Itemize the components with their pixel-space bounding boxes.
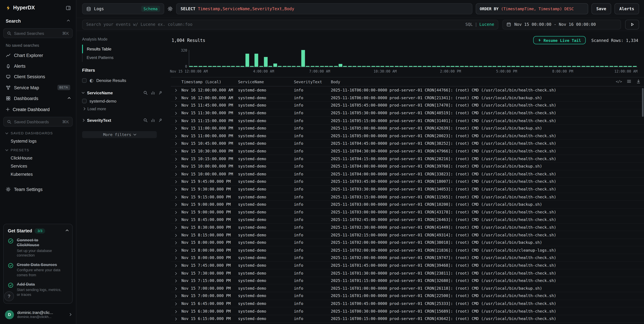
row-expand-icon[interactable] [171,126,182,131]
row-expand-icon[interactable] [171,225,182,229]
query-language-toggle[interactable]: SQL|Lucene [465,22,494,27]
chevron-up-icon[interactable] [66,229,68,232]
row-expand-icon[interactable] [171,317,182,321]
row-expand-icon[interactable] [171,294,182,298]
table-row[interactable]: Nov 15 7:30:00.000 PMsystemd-demoinfo202… [171,269,644,277]
row-expand-icon[interactable] [171,103,182,108]
row-expand-icon[interactable] [171,149,182,153]
presets-group-header[interactable]: PRESETS [0,145,76,154]
saved-dashboards-group-header[interactable]: SAVED DASHBOARDS [0,128,76,137]
histogram-plot[interactable]: 320 0 [189,50,638,67]
row-expand-icon[interactable] [171,263,182,268]
mode-lucene-option[interactable]: Lucene [480,22,494,27]
row-expand-icon[interactable] [171,179,182,184]
row-expand-icon[interactable] [171,278,182,283]
row-expand-icon[interactable] [171,194,182,199]
row-expand-icon[interactable] [171,286,182,291]
get-started-item[interactable]: Add Data Start sending logs, metrics, or… [8,282,68,298]
row-expand-icon[interactable] [171,256,182,260]
row-expand-icon[interactable] [171,157,182,161]
table-row[interactable]: Nov 15 10:15:00.000 PMsystemd-demoinfo20… [171,155,644,163]
table-row[interactable]: Nov 15 8:45:00.000 PMsystemd-demoinfo202… [171,216,644,223]
sidebar-item-client-sessions[interactable]: Client Sessions [0,71,76,82]
row-expand-icon[interactable] [171,164,182,168]
bar-chart-icon[interactable] [151,91,155,95]
tab-results-table[interactable]: Results Table [82,45,162,53]
row-expand-icon[interactable] [171,141,182,146]
row-expand-icon[interactable] [171,187,182,191]
table-row[interactable]: Nov 15 8:30:00.000 PMsystemd-demoinfo202… [171,224,644,231]
table-row[interactable]: Nov 15 9:00:00.000 PMsystemd-demoinfo202… [171,208,644,216]
table-row[interactable]: Nov 16 12:00:00.000 AMsystemd-demoinfo20… [171,86,644,94]
select-clause-input[interactable]: SELECT Timestamp,ServiceName,SeverityTex… [176,3,472,14]
table-row[interactable]: Nov 15 9:45:00.000 PMsystemd-demoinfo202… [171,178,644,185]
row-expand-icon[interactable] [171,233,182,237]
row-expand-icon[interactable] [171,96,182,100]
get-started-item[interactable]: Create Data Sources Configure where your… [8,262,68,278]
table-row[interactable]: Nov 15 6:30:00.000 PMsystemd-demoinfo202… [171,308,644,315]
get-started-item[interactable]: Connect to ClickHouse Set up your databa… [8,238,68,258]
table-row[interactable]: Nov 15 7:45:00.000 PMsystemd-demoinfo202… [171,262,644,269]
search-icon[interactable] [143,91,148,95]
table-row[interactable]: Nov 15 11:45:00.000 PMsystemd-demoinfo20… [171,102,644,109]
load-more-button[interactable]: Load more [82,105,162,112]
table-row[interactable]: Nov 15 8:00:00.000 PMsystemd-demoinfo202… [171,254,644,262]
date-range-picker[interactable]: Nov 15 00:00:00 - Nov 16 00:00:00 [502,19,621,29]
column-header-severitytext[interactable]: SeverityText [294,80,331,84]
table-row[interactable]: Nov 15 8:00:00.000 PMsystemd-demoinfo202… [171,246,644,254]
row-expand-icon[interactable] [171,240,182,245]
mode-sql-option[interactable]: SQL [465,22,473,27]
download-icon[interactable] [636,79,641,84]
alerts-button[interactable]: Alerts [614,3,639,14]
row-density-icon[interactable] [627,79,631,84]
saved-dashboards-input[interactable]: Saved Dashboards ⌘K [3,117,73,127]
source-settings-button[interactable] [168,6,173,11]
row-expand-icon[interactable] [171,202,182,207]
table-row[interactable]: Nov 15 7:00:00.000 PMsystemd-demoinfo202… [171,285,644,292]
filter-group-header[interactable]: ServiceName [82,88,162,97]
table-row[interactable]: Nov 15 7:00:00.000 PMsystemd-demoinfo202… [171,292,644,300]
more-filters-button[interactable]: More filters [82,131,157,138]
row-expand-icon[interactable] [171,88,182,92]
row-expand-icon[interactable] [171,309,182,313]
table-row[interactable]: Nov 15 10:45:00.000 PMsystemd-demoinfo20… [171,140,644,148]
sidebar-item-clickhouse[interactable]: ClickHouse [0,154,76,162]
table-row[interactable]: Nov 15 8:00:00.000 PMsystemd-demoinfo202… [171,239,644,246]
row-expand-icon[interactable] [171,172,182,176]
table-row[interactable]: Nov 15 11:00:00.000 PMsystemd-demoinfo20… [171,132,644,140]
table-scrollbar[interactable] [642,88,644,117]
filter-group-header[interactable]: SeverityText [82,116,162,125]
saved-searches-input[interactable]: Saved Searches ⌘K [3,28,73,38]
table-row[interactable]: Nov 15 9:15:00.000 PMsystemd-demoinfo202… [171,193,644,201]
table-row[interactable]: Nov 15 10:00:00.000 PMsystemd-demoinfo20… [171,163,644,170]
sidebar-item-systemd-logs[interactable]: Systemd logs [0,137,76,145]
tab-event-patterns[interactable]: Event Patterns [82,53,162,62]
sidebar-item-alerts[interactable]: Alerts [0,61,76,71]
code-view-icon[interactable]: </> [616,79,622,83]
user-menu[interactable]: D dominic.tran@clic... dominic.tran@clic… [0,307,76,324]
order-by-input[interactable]: ORDER BY (TimestampTime, Timestamp) DESC [476,3,588,14]
event-search-input[interactable] [86,22,462,27]
row-expand-icon[interactable] [171,111,182,115]
table-row[interactable]: Nov 15 11:00:00.000 PMsystemd-demoinfo20… [171,125,644,132]
table-row[interactable]: Nov 15 9:30:00.000 PMsystemd-demoinfo202… [171,185,644,193]
row-expand-icon[interactable] [171,118,182,123]
table-row[interactable]: Nov 15 8:15:00.000 PMsystemd-demoinfo202… [171,231,644,239]
row-expand-icon[interactable] [171,134,182,138]
column-header-servicename[interactable]: ServiceName [238,80,294,84]
denoise-checkbox[interactable] [82,78,86,83]
row-expand-icon[interactable] [171,210,182,214]
bar-chart-icon[interactable] [151,118,155,123]
row-expand-icon[interactable] [171,271,182,275]
save-button[interactable]: Save [591,3,611,14]
row-expand-icon[interactable] [171,301,182,306]
table-row[interactable]: Nov 15 10:30:00.000 PMsystemd-demoinfo20… [171,148,644,155]
table-row[interactable]: Nov 15 7:15:00.000 PMsystemd-demoinfo202… [171,277,644,285]
column-header-timestamp[interactable]: Timestamp (Local) [182,80,238,84]
table-row[interactable]: Nov 15 9:00:00.000 PMsystemd-demoinfo202… [171,201,644,208]
denoise-results-row[interactable]: ◐ Denoise Results [82,77,162,84]
sidebar-collapse-icon[interactable] [66,5,71,10]
source-selector[interactable]: Logs Schema [82,3,164,14]
row-expand-icon[interactable] [171,217,182,222]
column-header-body[interactable]: Body [331,80,644,84]
